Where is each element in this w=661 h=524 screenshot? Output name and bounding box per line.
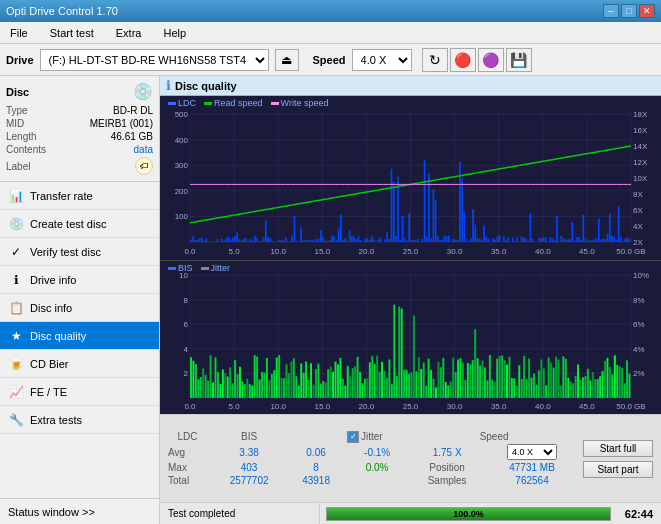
menu-file[interactable]: File [4, 25, 34, 41]
nav-drive-info-label: Drive info [30, 274, 76, 286]
drivebar: Drive (F:) HL-DT-ST BD-RE WH16NS58 TST4 … [0, 44, 661, 76]
legend-bis: BIS [168, 263, 193, 273]
quality-header: ℹ Disc quality [160, 76, 661, 96]
disc-type-value: BD-R DL [113, 105, 153, 116]
nav-verify-test-disc-label: Verify test disc [30, 246, 101, 258]
legend-read-speed: Read speed [204, 98, 263, 108]
toolbar-icons: ↻ 🔴 🟣 💾 [422, 48, 532, 72]
transfer-rate-icon: 📊 [8, 188, 24, 204]
nav-disc-quality[interactable]: ★ Disc quality [0, 322, 159, 350]
nav-cd-bier-label: CD Bier [30, 358, 69, 370]
nav-disc-quality-label: Disc quality [30, 330, 86, 342]
nav-transfer-rate[interactable]: 📊 Transfer rate [0, 182, 159, 210]
close-button[interactable]: ✕ [639, 4, 655, 18]
legend-bottom: BIS Jitter [168, 263, 230, 273]
nav-extra-tests[interactable]: 🔧 Extra tests [0, 406, 159, 434]
progress-container: 100.0% [320, 503, 617, 524]
stats-total-bis: 43918 [287, 474, 345, 487]
disc-info-icon: 📋 [8, 300, 24, 316]
disc-length-label: Length [6, 131, 37, 142]
chart-top: LDC Read speed Write speed [160, 96, 661, 261]
content-area: ℹ Disc quality LDC Read speed [160, 76, 661, 524]
jitter-checkbox[interactable]: ✓ [347, 431, 359, 443]
legend-write-speed-color [271, 102, 279, 105]
status-window-label: Status window >> [8, 506, 95, 518]
erase-icon[interactable]: 🟣 [478, 48, 504, 72]
nav-create-test-disc[interactable]: 💿 Create test disc [0, 210, 159, 238]
disc-icon: 💿 [133, 82, 153, 101]
disc-panel: Disc 💿 Type BD-R DL MID MEIRB1 (001) Len… [0, 76, 159, 182]
fe-te-icon: 📈 [8, 384, 24, 400]
eject-button[interactable]: ⏏ [275, 49, 299, 71]
sidebar: Disc 💿 Type BD-R DL MID MEIRB1 (001) Len… [0, 76, 160, 524]
refresh-icon[interactable]: ↻ [422, 48, 448, 72]
legend-jitter: Jitter [201, 263, 231, 273]
legend-jitter-label: Jitter [211, 263, 231, 273]
bottom-bar: Test completed 100.0% 62:44 [160, 502, 661, 524]
time-display: 62:44 [617, 508, 661, 520]
disc-contents-row: Contents data [6, 144, 153, 155]
stats-header-ldc: LDC [164, 430, 211, 443]
stats-bar: LDC BIS ✓ Jitter Speed Avg 3. [160, 414, 661, 502]
nav-verify-test-disc[interactable]: ✓ Verify test disc [0, 238, 159, 266]
burn-icon[interactable]: 🔴 [450, 48, 476, 72]
stats-max-bis: 8 [287, 461, 345, 474]
bottom-chart-canvas [160, 261, 661, 414]
stats-jitter-checkbox[interactable]: ✓ Jitter [345, 430, 409, 443]
menubar: File Start test Extra Help [0, 22, 661, 44]
stats-avg-ldc: 3.38 [211, 443, 287, 461]
nav-items: 📊 Transfer rate 💿 Create test disc ✓ Ver… [0, 182, 159, 498]
legend-ldc-label: LDC [178, 98, 196, 108]
legend-write-speed: Write speed [271, 98, 329, 108]
save-icon[interactable]: 💾 [506, 48, 532, 72]
drive-select[interactable]: (F:) HL-DT-ST BD-RE WH16NS58 TST4 [40, 49, 269, 71]
stats-header-speed: Speed [409, 430, 579, 443]
titlebar: Opti Drive Control 1.70 ─ □ ✕ [0, 0, 661, 22]
stats-speed-select[interactable]: 4.0 X [507, 444, 557, 460]
minimize-button[interactable]: ─ [603, 4, 619, 18]
nav-cd-bier[interactable]: 🍺 CD Bier [0, 350, 159, 378]
disc-label-icon[interactable]: 🏷 [135, 157, 153, 175]
stats-total-ldc: 2577702 [211, 474, 287, 487]
nav-drive-info[interactable]: ℹ Drive info [0, 266, 159, 294]
disc-mid-value: MEIRB1 (001) [90, 118, 153, 129]
stats-row-label-max: Max [164, 461, 211, 474]
legend-ldc: LDC [168, 98, 196, 108]
disc-length-value: 46.61 GB [111, 131, 153, 142]
menu-help[interactable]: Help [157, 25, 192, 41]
nav-disc-info[interactable]: 📋 Disc info [0, 294, 159, 322]
nav-transfer-rate-label: Transfer rate [30, 190, 93, 202]
stats-total-jitter [345, 474, 409, 487]
extra-tests-icon: 🔧 [8, 412, 24, 428]
legend-bis-label: BIS [178, 263, 193, 273]
jitter-label: Jitter [361, 431, 383, 442]
nav-disc-info-label: Disc info [30, 302, 72, 314]
status-window-item[interactable]: Status window >> [0, 498, 159, 524]
speed-select[interactable]: 4.0 X [352, 49, 412, 71]
stats-max-ldc: 403 [211, 461, 287, 474]
stats-position-label: Position [409, 461, 485, 474]
disc-type-label: Type [6, 105, 28, 116]
start-full-button[interactable]: Start full [583, 440, 653, 457]
stats-speed-select-cell[interactable]: 4.0 X [485, 443, 579, 461]
stats-row-label-avg: Avg [164, 443, 211, 461]
nav-fe-te[interactable]: 📈 FE / TE [0, 378, 159, 406]
legend-write-speed-label: Write speed [281, 98, 329, 108]
window-controls: ─ □ ✕ [603, 4, 655, 18]
menu-start-test[interactable]: Start test [44, 25, 100, 41]
quality-header-icon: ℹ [166, 78, 171, 93]
stats-avg-jitter: -0.1% [345, 443, 409, 461]
start-part-button[interactable]: Start part [583, 461, 653, 478]
stats-samples-label: Samples [409, 474, 485, 487]
menu-extra[interactable]: Extra [110, 25, 148, 41]
drive-info-icon: ℹ [8, 272, 24, 288]
disc-label-label: Label [6, 161, 30, 172]
stats-header-bis: BIS [211, 430, 287, 443]
legend-read-speed-color [204, 102, 212, 105]
progress-bar: 100.0% [326, 507, 611, 521]
disc-length-row: Length 46.61 GB [6, 131, 153, 142]
stats-position-value: 47731 MB [485, 461, 579, 474]
main-container: Disc 💿 Type BD-R DL MID MEIRB1 (001) Len… [0, 76, 661, 524]
maximize-button[interactable]: □ [621, 4, 637, 18]
nav-extra-tests-label: Extra tests [30, 414, 82, 426]
